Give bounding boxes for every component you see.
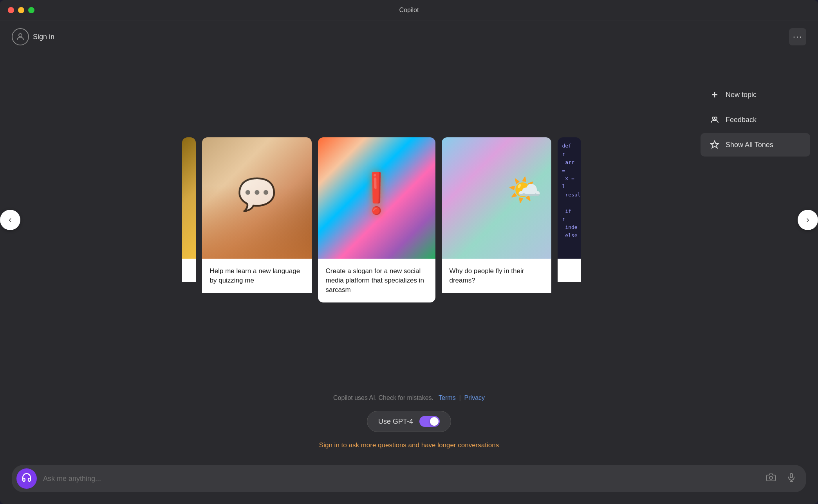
- mic-icon: [787, 473, 796, 484]
- disclaimer: Copilot uses AI. Check for mistakes. Ter…: [333, 394, 485, 401]
- bottom-section: Copilot uses AI. Check for mistakes. Ter…: [0, 387, 818, 465]
- new-topic-button[interactable]: New topic: [701, 83, 810, 106]
- card-caption-language: Help me learn a new language by quizzing…: [202, 259, 312, 293]
- minimize-button[interactable]: [18, 7, 24, 13]
- carousel-card-dreams[interactable]: Why do people fly in their dreams?: [442, 137, 551, 302]
- traffic-lights: [8, 7, 34, 13]
- svg-point-4: [715, 117, 717, 119]
- chevron-right-icon: ›: [806, 215, 809, 225]
- voice-button[interactable]: [16, 468, 37, 489]
- camera-icon: [766, 473, 776, 484]
- main-content: Sign in ··· ‹ Help me lear: [0, 20, 818, 504]
- feedback-button[interactable]: Feedback: [701, 108, 810, 131]
- privacy-link[interactable]: Privacy: [464, 394, 485, 401]
- input-actions: [764, 470, 798, 487]
- sign-in-label: Sign in: [33, 33, 54, 41]
- carousel-prev-button[interactable]: ‹: [0, 210, 20, 230]
- tones-icon: [709, 139, 720, 150]
- carousel-card-slogan[interactable]: Create a slogan for a new social media p…: [318, 137, 435, 302]
- new-topic-label: New topic: [726, 91, 757, 99]
- gpt4-label: Use GPT-4: [378, 418, 413, 426]
- carousel-section: ‹ Help me learn a new language by quizzi…: [0, 53, 818, 387]
- titlebar: Copilot: [0, 0, 818, 20]
- signin-prompt: Sign in to ask more questions and have l…: [319, 441, 499, 449]
- carousel-card-partial-right[interactable]: def r arr = x = l resul if r inde else: [558, 137, 581, 302]
- app-window: Copilot Sign in ··· ‹: [0, 0, 818, 504]
- more-options-button[interactable]: ···: [789, 28, 806, 45]
- gpt4-toggle[interactable]: Use GPT-4: [367, 411, 451, 432]
- carousel-card-language[interactable]: Help me learn a new language by quizzing…: [202, 137, 312, 302]
- side-menu: New topic Feedback Sho: [701, 83, 810, 157]
- carousel-next-button[interactable]: ›: [798, 210, 818, 230]
- card-caption-dreams: Why do people fly in their dreams?: [442, 259, 551, 293]
- sign-in-button[interactable]: Sign in: [12, 28, 54, 45]
- signin-prompt-link[interactable]: Sign in: [319, 441, 339, 449]
- carousel-card-partial-left[interactable]: [182, 137, 196, 302]
- more-icon: ···: [793, 32, 802, 42]
- headphone-icon: [22, 472, 32, 485]
- toggle-knob: [430, 417, 439, 426]
- camera-button[interactable]: [764, 470, 778, 487]
- window-title: Copilot: [399, 7, 419, 14]
- maximize-button[interactable]: [28, 7, 34, 13]
- feedback-icon: [709, 114, 720, 125]
- carousel-container: Help me learn a new language by quizzing…: [182, 137, 636, 302]
- feedback-label: Feedback: [726, 116, 757, 124]
- plus-icon: [709, 89, 720, 100]
- svg-point-5: [769, 476, 773, 479]
- header-bar: Sign in ···: [0, 20, 818, 53]
- input-bar: [12, 465, 806, 492]
- show-all-tones-label: Show All Tones: [726, 141, 773, 149]
- close-button[interactable]: [8, 7, 14, 13]
- avatar-icon: [12, 28, 29, 45]
- show-all-tones-button[interactable]: Show All Tones: [701, 133, 810, 157]
- card-caption-slogan: Create a slogan for a new social media p…: [318, 259, 435, 302]
- svg-rect-6: [790, 473, 793, 478]
- mic-button[interactable]: [784, 470, 798, 487]
- terms-link[interactable]: Terms: [439, 394, 456, 401]
- signin-prompt-text: to ask more questions and have longer co…: [339, 441, 499, 449]
- svg-point-0: [19, 34, 22, 37]
- toggle-switch[interactable]: [419, 416, 440, 427]
- chevron-left-icon: ‹: [9, 215, 11, 225]
- ask-input[interactable]: [43, 475, 764, 483]
